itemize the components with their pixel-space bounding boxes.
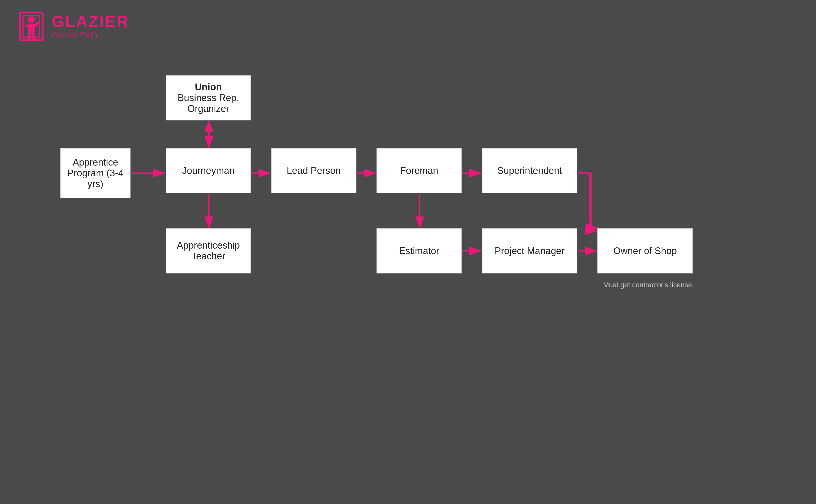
box-estimator: Estimator	[376, 228, 462, 273]
box-journeyman: Journeyman	[166, 148, 251, 193]
owner-of-shop-label: Owner of Shop	[613, 246, 677, 256]
union-label-bold: Union	[195, 82, 222, 92]
box-project-manager: Project Manager	[482, 228, 577, 273]
career-path-diagram: Union Business Rep, Organizer Apprentice…	[45, 65, 798, 467]
svg-rect-4	[25, 25, 29, 27]
estimator-label: Estimator	[399, 246, 439, 256]
journeyman-label: Journeyman	[182, 165, 234, 176]
svg-rect-7	[32, 34, 35, 41]
logo-subtitle: Career Path	[52, 31, 129, 39]
box-apprenticeship-teacher: Apprenticeship Teacher	[166, 228, 251, 273]
superintendent-label: Superintendent	[497, 165, 562, 176]
apprentice-program-label: Apprentice Program (3-4 yrs)	[65, 157, 126, 189]
box-apprentice-program: Apprentice Program (3-4 yrs)	[60, 148, 130, 198]
contractor-license-note: Must get contractor's license	[597, 281, 698, 289]
apprenticeship-teacher-label: Apprenticeship Teacher	[170, 240, 246, 262]
union-label-line3: Organizer	[187, 103, 229, 114]
box-owner-of-shop: Owner of Shop	[597, 228, 693, 273]
glazier-logo-icon	[15, 10, 48, 43]
box-superintendent: Superintendent	[482, 148, 577, 193]
project-manager-label: Project Manager	[495, 246, 565, 256]
box-foreman: Foreman	[376, 148, 462, 193]
logo-text-area: GLAZIER Career Path	[52, 14, 129, 39]
foreman-label: Foreman	[400, 165, 438, 176]
union-box-content: Union Business Rep, Organizer	[177, 82, 239, 114]
lead-person-label: Lead Person	[287, 165, 341, 176]
union-label-line2: Business Rep,	[177, 93, 239, 103]
box-lead-person: Lead Person	[271, 148, 356, 193]
box-union: Union Business Rep, Organizer	[166, 75, 251, 120]
logo-title: GLAZIER	[52, 14, 129, 30]
svg-rect-6	[28, 34, 31, 41]
svg-point-2	[28, 16, 35, 23]
logo-area: GLAZIER Career Path	[15, 10, 129, 43]
